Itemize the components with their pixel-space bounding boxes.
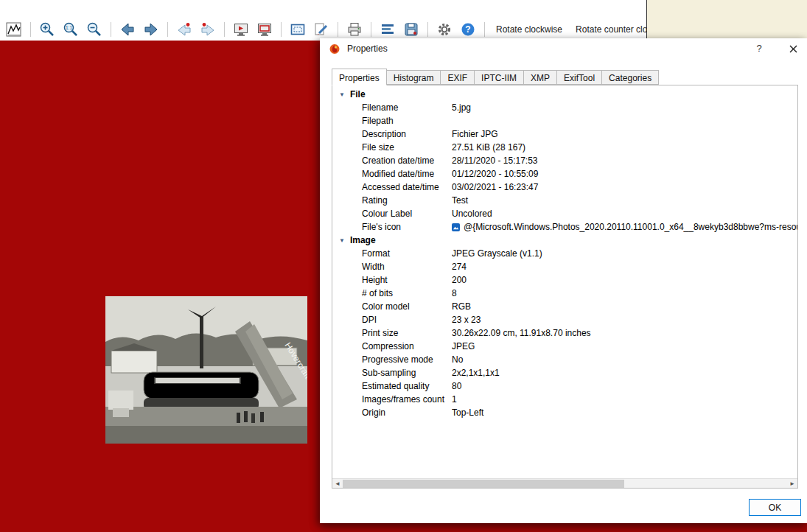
property-label: Color model (362, 301, 452, 312)
property-label: Description (362, 129, 452, 139)
property-value-text: RGB (452, 301, 471, 312)
property-row: Sub-sampling2x2,1x1,1x1 (332, 366, 797, 379)
property-label: Modified date/time (362, 169, 452, 179)
previous-image-icon (119, 21, 136, 38)
property-value: 23 x 23 (452, 315, 797, 325)
toolbar-separator (30, 22, 31, 37)
zoom-in-button[interactable] (36, 19, 58, 40)
photos-app-icon (452, 223, 460, 231)
property-value-text: 1 (452, 394, 457, 405)
top-bar: 1:1 (0, 0, 646, 41)
property-label: Compression (362, 341, 452, 351)
properties-list: ▼FileFilename5.jpgFilepathDescriptionFic… (332, 85, 797, 478)
property-label: Creation date/time (362, 155, 452, 166)
edit-button[interactable] (310, 19, 332, 40)
close-icon (789, 45, 797, 53)
property-value-text: 8 (452, 288, 457, 298)
zoom-in-icon (39, 21, 55, 38)
toolbar-separator (371, 22, 371, 37)
scroll-left-arrow[interactable]: ◄ (332, 479, 343, 489)
save-card-icon (403, 21, 419, 38)
previous-image-button[interactable] (116, 19, 139, 40)
svg-text:?: ? (465, 24, 470, 35)
edit-icon (313, 21, 329, 38)
selection-button[interactable] (287, 19, 309, 40)
horizontal-scrollbar[interactable]: ◄ ► (332, 478, 797, 488)
tab-exif[interactable]: EXIF (440, 70, 475, 85)
svg-text:1:1: 1:1 (66, 25, 72, 30)
dialog-titlebar[interactable]: Properties ? (320, 38, 807, 59)
property-value-text: 23 x 23 (452, 315, 481, 325)
collapse-arrow-icon[interactable]: ▼ (339, 91, 345, 98)
section-header-image[interactable]: ▼Image (332, 234, 797, 247)
property-value: 28/11/2020 - 15:17:53 (452, 155, 797, 166)
property-label: File's icon (362, 222, 452, 232)
property-row: RatingTest (332, 194, 797, 207)
property-row: Colour LabelUncolored (332, 207, 797, 220)
viewer-photo[interactable]: Hovercraft BH (105, 296, 307, 444)
tab-iptc-iim[interactable]: IPTC-IIM (474, 70, 524, 85)
scroll-right-arrow[interactable]: ► (787, 479, 797, 489)
property-value-text: Fichier JPG (452, 129, 498, 139)
property-row: Estimated quality80 (332, 379, 797, 393)
dialog-close-button[interactable] (783, 41, 803, 56)
tab-properties[interactable]: Properties (332, 69, 387, 85)
property-value: 274 (452, 262, 797, 272)
settings-button[interactable] (433, 19, 455, 40)
previous-marked-button[interactable] (173, 19, 195, 40)
property-value: 27.51 KiB (28 167) (452, 142, 797, 153)
property-value: 8 (452, 288, 797, 298)
property-value: 200 (452, 275, 797, 285)
main-toolbar: 1:1 (3, 19, 709, 40)
metadata-list-button[interactable] (377, 19, 399, 40)
histogram-button[interactable] (3, 19, 25, 40)
property-value: JPEG (452, 341, 797, 351)
print-button[interactable] (343, 19, 366, 40)
property-row: CompressionJPEG (332, 340, 797, 353)
property-row: Images/frames count1 (332, 393, 797, 406)
zoom-out-button[interactable] (83, 19, 105, 40)
property-row: OriginTop-Left (332, 406, 797, 419)
property-label: Format (362, 248, 452, 259)
app-window: Hovercraft BH (0, 0, 807, 532)
property-value: 30.26x22.09 cm, 11.91x8.70 inches (452, 328, 797, 338)
property-label: Height (362, 275, 452, 285)
tab-exiftool[interactable]: ExifTool (556, 70, 602, 85)
property-label: File size (362, 142, 452, 153)
slideshow-button[interactable] (230, 19, 252, 40)
property-label: Print size (362, 328, 452, 338)
save-card-button[interactable] (400, 19, 422, 40)
next-image-button[interactable] (140, 19, 162, 40)
property-label: Origin (362, 407, 452, 418)
tab-bar: PropertiesHistogramEXIFIPTC-IIMXMPExifTo… (332, 69, 659, 85)
property-value-text: JPEG (452, 341, 475, 351)
next-image-icon (143, 21, 159, 38)
property-row: Accessed date/time03/02/2021 - 16:23:47 (332, 181, 797, 194)
property-label: Accessed date/time (362, 182, 452, 192)
dialog-help-button[interactable]: ? (750, 41, 769, 56)
fullscreen-button[interactable] (254, 19, 276, 40)
toolbar-separator (427, 22, 428, 37)
property-value-text: 274 (452, 262, 467, 272)
property-value: 5.jpg (452, 102, 797, 113)
property-value: @{Microsoft.Windows.Photos_2020.20110.11… (452, 222, 797, 232)
section-header-file[interactable]: ▼File (332, 88, 797, 101)
property-label: Filepath (362, 116, 452, 126)
property-row: Print size30.26x22.09 cm, 11.91x8.70 inc… (332, 326, 797, 340)
property-value: 80 (452, 381, 797, 391)
property-value-text: @{Microsoft.Windows.Photos_2020.20110.11… (464, 222, 797, 232)
ok-button[interactable]: OK (749, 499, 801, 516)
rotate-clockwise-button[interactable]: Rotate clockwise (490, 19, 568, 40)
property-value-text: 27.51 KiB (28 167) (452, 142, 525, 153)
next-marked-button[interactable] (197, 19, 219, 40)
tab-xmp[interactable]: XMP (523, 70, 557, 85)
property-row: DPI23 x 23 (332, 313, 797, 326)
property-value: Top-Left (452, 407, 797, 418)
tab-categories[interactable]: Categories (601, 70, 659, 85)
collapse-arrow-icon[interactable]: ▼ (339, 237, 345, 244)
help-button-toolbar[interactable]: ? (457, 19, 479, 40)
toolbar-separator (338, 22, 338, 37)
scrollbar-thumb[interactable] (343, 480, 624, 488)
tab-histogram[interactable]: Histogram (386, 70, 441, 85)
zoom-actual-size-button[interactable]: 1:1 (60, 19, 82, 40)
